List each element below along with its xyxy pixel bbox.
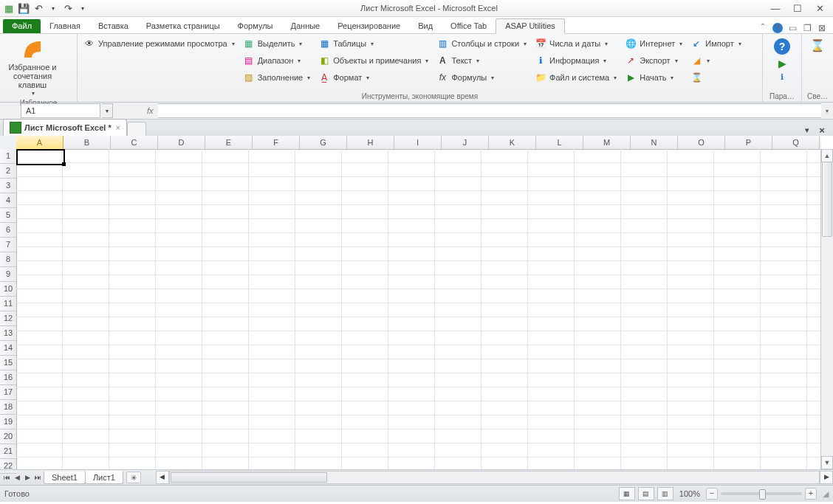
sheet-next-icon[interactable]: ▶ xyxy=(22,474,32,481)
row-header-7[interactable]: 7 xyxy=(0,238,16,252)
hourglass2-icon[interactable]: ⌛ xyxy=(810,38,825,52)
row-header-19[interactable]: 19 xyxy=(0,415,16,429)
objects-button[interactable]: ◧Объекты и примечания▾ xyxy=(315,52,431,69)
qat-customize-icon[interactable]: ▾ xyxy=(77,2,89,14)
column-header-K[interactable]: K xyxy=(489,136,536,149)
column-header-B[interactable]: B xyxy=(64,136,111,149)
minimize-ribbon-icon[interactable]: ˆ xyxy=(758,23,768,33)
scroll-down-icon[interactable]: ▼ xyxy=(821,456,833,469)
zoom-out-button[interactable]: − xyxy=(706,488,718,500)
formulas-button[interactable]: fxФормулы▾ xyxy=(433,69,529,86)
row-header-11[interactable]: 11 xyxy=(0,297,16,311)
row-header-20[interactable]: 20 xyxy=(0,429,16,444)
row-header-2[interactable]: 2 xyxy=(0,164,16,179)
hscroll-track[interactable] xyxy=(169,471,820,484)
select-button[interactable]: ▦Выделить▾ xyxy=(240,35,314,52)
column-header-M[interactable]: M xyxy=(583,136,631,149)
hourglass-button[interactable]: ⌛ xyxy=(688,69,744,86)
save-icon[interactable]: 💾 xyxy=(18,2,30,14)
import-button[interactable]: ↙Импорт▾ xyxy=(688,35,744,52)
row-header-12[interactable]: 12 xyxy=(0,311,16,326)
file-tab[interactable]: Файл xyxy=(3,19,41,33)
format-button[interactable]: A̲Формат▾ xyxy=(315,69,431,86)
row-header-1[interactable]: 1 xyxy=(0,149,16,164)
close-button[interactable]: ✕ xyxy=(814,2,826,14)
play-green-icon[interactable]: ▶ xyxy=(778,58,786,69)
row-header-6[interactable]: 6 xyxy=(0,223,16,238)
close-workbook-icon[interactable]: ⊠ xyxy=(817,23,827,33)
info-button[interactable]: ℹИнформация▾ xyxy=(532,52,620,69)
new-document-tab[interactable] xyxy=(127,122,146,136)
numbers-dates-button[interactable]: 📅Числа и даты▾ xyxy=(532,35,620,52)
asap-small-button[interactable]: ◢▾ xyxy=(688,52,744,69)
row-header-3[interactable]: 3 xyxy=(0,179,16,193)
row-header-18[interactable]: 18 xyxy=(0,400,16,415)
column-header-F[interactable]: F xyxy=(253,136,300,149)
cols-rows-button[interactable]: ▥Столбцы и строки▾ xyxy=(433,35,529,52)
row-header-14[interactable]: 14 xyxy=(0,341,16,356)
tables-button[interactable]: ▦Таблицы▾ xyxy=(315,35,431,52)
column-header-L[interactable]: L xyxy=(536,136,583,149)
scroll-right-icon[interactable]: ▶ xyxy=(820,471,833,484)
tab-formulas[interactable]: Формулы xyxy=(229,19,282,33)
select-all-corner[interactable] xyxy=(0,136,17,150)
doc-tabs-close-icon[interactable]: × xyxy=(815,125,829,136)
row-header-9[interactable]: 9 xyxy=(0,267,16,282)
fill-button[interactable]: ▧Заполнение▾ xyxy=(240,69,314,86)
sheet-tab-sheet1[interactable]: Sheet1 xyxy=(44,472,86,484)
file-system-button[interactable]: 📁Файл и система▾ xyxy=(532,69,620,86)
column-header-J[interactable]: J xyxy=(442,136,489,149)
help-icon[interactable]: ? xyxy=(772,23,783,33)
column-header-Q[interactable]: Q xyxy=(772,136,820,149)
window-options-icon[interactable]: ▭ xyxy=(787,23,798,33)
redo-icon[interactable]: ↷ xyxy=(62,2,74,14)
column-header-N[interactable]: N xyxy=(631,136,678,149)
range-button[interactable]: ▤Диапазон▾ xyxy=(240,52,314,69)
fx-label[interactable]: fx xyxy=(147,106,154,115)
export-button[interactable]: ↗Экспорт▾ xyxy=(622,52,685,69)
column-header-C[interactable]: C xyxy=(111,136,158,149)
row-header-8[interactable]: 8 xyxy=(0,252,16,267)
formula-input[interactable] xyxy=(158,103,821,118)
zoom-in-button[interactable]: + xyxy=(805,488,817,500)
help-large-icon[interactable]: ? xyxy=(774,38,790,55)
row-header-4[interactable]: 4 xyxy=(0,193,16,208)
view-page-layout-icon[interactable]: ▤ xyxy=(638,487,654,500)
resize-grip-icon[interactable]: ◢ xyxy=(823,489,829,499)
sheet-first-icon[interactable]: ⏮ xyxy=(1,474,12,481)
sheet-tab-list1[interactable]: Лист1 xyxy=(85,471,123,484)
row-header-21[interactable]: 21 xyxy=(0,444,16,459)
horizontal-scrollbar[interactable]: ◀ ▶ xyxy=(156,472,833,483)
restore-workbook-icon[interactable]: ❐ xyxy=(802,23,812,33)
undo-dd-icon[interactable]: ▾ xyxy=(47,2,59,14)
vertical-scrollbar[interactable]: ▲ ▼ xyxy=(820,149,833,469)
hscroll-thumb[interactable] xyxy=(171,472,327,483)
row-header-5[interactable]: 5 xyxy=(0,208,16,223)
name-box[interactable]: A1 xyxy=(21,103,100,118)
name-box-dropdown[interactable]: ▾ xyxy=(102,103,113,118)
maximize-button[interactable]: ☐ xyxy=(792,2,803,14)
column-header-H[interactable]: H xyxy=(347,136,394,149)
undo-icon[interactable]: ↶ xyxy=(32,2,44,14)
scroll-left-icon[interactable]: ◀ xyxy=(156,471,169,484)
view-modes-button[interactable]: 👁Управление режимами просмотра▾ xyxy=(80,35,238,52)
view-page-break-icon[interactable]: ▥ xyxy=(657,487,673,500)
row-header-13[interactable]: 13 xyxy=(0,326,16,341)
tab-data[interactable]: Данные xyxy=(281,19,329,33)
new-sheet-icon[interactable]: ✳ xyxy=(126,472,141,483)
sheet-last-icon[interactable]: ⏭ xyxy=(32,474,43,481)
column-header-G[interactable]: G xyxy=(300,136,347,149)
row-header-10[interactable]: 10 xyxy=(0,282,16,297)
column-header-D[interactable]: D xyxy=(158,136,205,149)
cell-grid[interactable] xyxy=(16,149,821,469)
zoom-percent[interactable]: 100% xyxy=(679,489,700,498)
zoom-thumb[interactable] xyxy=(759,489,766,500)
column-header-I[interactable]: I xyxy=(394,136,442,149)
column-header-A[interactable]: A xyxy=(16,136,64,149)
column-header-E[interactable]: E xyxy=(205,136,253,149)
column-header-P[interactable]: P xyxy=(725,136,772,149)
row-header-16[interactable]: 16 xyxy=(0,370,16,385)
row-header-15[interactable]: 15 xyxy=(0,356,16,370)
vscroll-thumb[interactable] xyxy=(822,162,832,237)
view-normal-icon[interactable]: ▦ xyxy=(619,487,635,500)
